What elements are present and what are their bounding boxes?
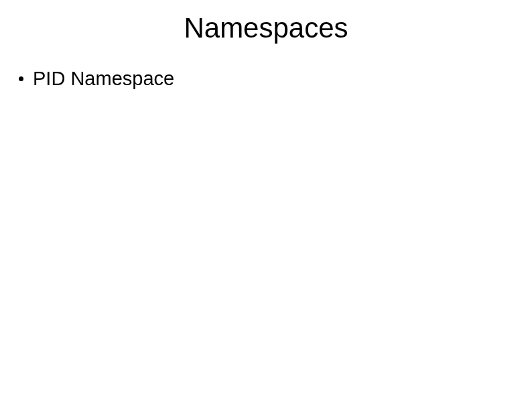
slide-title: Namespaces [0,0,532,44]
list-item: PID Namespace [19,68,532,90]
bullet-icon [19,76,23,81]
bullet-text: PID Namespace [33,68,174,90]
slide-content: PID Namespace [0,44,532,90]
